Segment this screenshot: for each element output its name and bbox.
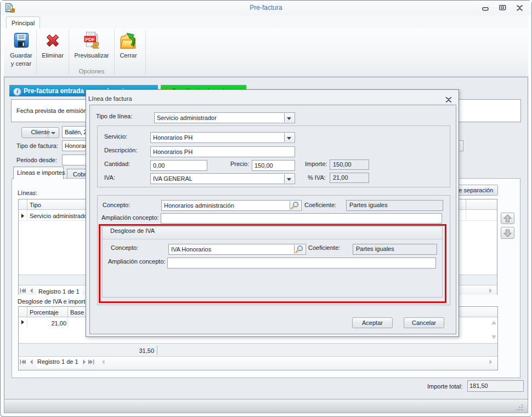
svg-text:PDF: PDF <box>85 37 95 42</box>
